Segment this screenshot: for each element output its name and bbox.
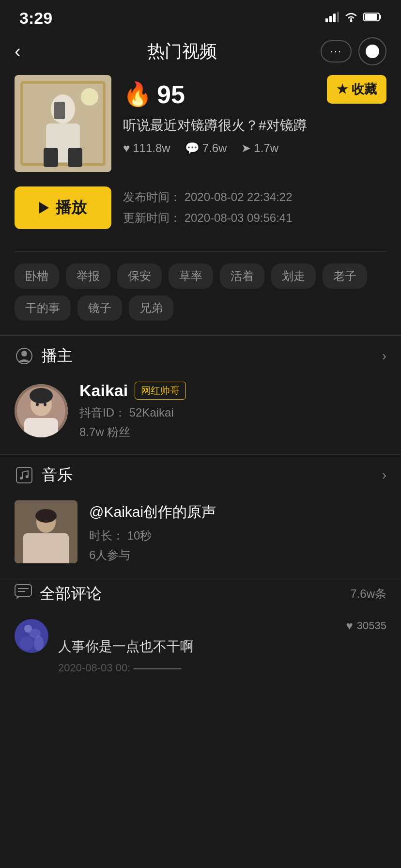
comment-item: ♥ 30535 人事你是一点也不干啊 2020-08-03 00: xyxy=(15,619,386,674)
comment-avatar-image xyxy=(15,619,48,653)
svg-point-29 xyxy=(26,475,29,478)
author-info: Kaikai 网红帅哥 抖音ID： 52Kaikai 8.7w 粉丝 xyxy=(79,381,386,440)
svg-point-24 xyxy=(30,388,53,403)
star-icon: ★ xyxy=(337,82,348,97)
comment-text: 人事你是一点也不干啊 xyxy=(58,636,386,657)
main-content: 🔥 95 听说最近对镜蹲很火？#对镜蹲 ♥ 111.8w 💬 7.6w ➤ 1.… xyxy=(0,75,401,321)
shares-stat: ➤ 1.7w xyxy=(241,141,278,155)
tag-item[interactable]: 干的事 xyxy=(15,295,71,321)
svg-point-41 xyxy=(34,636,44,651)
hot-score-value: 95 xyxy=(157,80,185,109)
publish-time: 2020-08-02 22:34:22 xyxy=(185,190,293,203)
tag-item[interactable]: 举报 xyxy=(66,264,110,289)
tag-item[interactable]: 卧槽 xyxy=(15,264,59,289)
music-chevron-icon: › xyxy=(382,467,386,483)
music-thumbnail-image xyxy=(15,500,77,563)
tag-item[interactable]: 兄弟 xyxy=(129,295,173,321)
author-fans: 8.7w 粉丝 xyxy=(79,424,386,440)
update-time-row: 更新时间： 2020-08-03 09:56:41 xyxy=(123,207,293,228)
nav-actions: ··· xyxy=(321,37,386,65)
record-button[interactable] xyxy=(358,37,386,65)
svg-point-26 xyxy=(44,403,46,406)
svg-rect-14 xyxy=(44,148,58,167)
svg-point-19 xyxy=(21,351,27,356)
svg-rect-34 xyxy=(15,585,31,596)
tag-item[interactable]: 保安 xyxy=(117,264,162,289)
author-chevron-icon: › xyxy=(382,348,386,364)
more-options-button[interactable]: ··· xyxy=(321,40,352,62)
author-section-header[interactable]: 播主 › xyxy=(0,336,401,376)
comment-time: 2020-08-03 00: xyxy=(58,662,386,674)
tag-item[interactable]: 老子 xyxy=(323,264,367,289)
share-icon: ➤ xyxy=(241,141,251,155)
svg-rect-3 xyxy=(337,12,339,22)
update-time: 2020-08-03 09:56:41 xyxy=(185,211,293,224)
flame-icon: 🔥 xyxy=(123,81,152,108)
author-section-label: 播主 xyxy=(42,345,73,367)
record-icon xyxy=(366,45,379,58)
svg-point-17 xyxy=(81,88,98,106)
divider-1 xyxy=(15,251,386,252)
comment-timestamp: 2020-08-03 00: xyxy=(58,662,130,674)
svg-rect-16 xyxy=(54,102,65,119)
comments-stat: 💬 7.6w xyxy=(185,141,227,155)
save-label: 收藏 xyxy=(352,81,377,98)
svg-rect-1 xyxy=(329,16,332,22)
author-section-title-row: 播主 xyxy=(15,345,73,367)
video-info-section: 🔥 95 听说最近对镜蹲很火？#对镜蹲 ♥ 111.8w 💬 7.6w ➤ 1.… xyxy=(15,75,386,172)
author-badge: 网红帅哥 xyxy=(135,382,186,400)
nav-bar: ‹ 热门视频 ··· xyxy=(0,32,401,75)
svg-point-9 xyxy=(370,48,375,54)
comments-total-count: 7.6w条 xyxy=(350,586,386,602)
comment-body: ♥ 30535 人事你是一点也不干啊 2020-08-03 00: xyxy=(58,619,386,674)
comment-avatar xyxy=(15,619,48,653)
nav-title: 热门视频 xyxy=(147,40,217,63)
music-participants: 6人参与 xyxy=(89,547,386,563)
tag-item[interactable]: 草率 xyxy=(169,264,213,289)
author-id: 抖音ID： 52Kaikai xyxy=(79,405,386,420)
play-icon xyxy=(39,202,49,214)
svg-point-33 xyxy=(35,509,57,523)
play-label: 播放 xyxy=(56,197,87,218)
music-info: @Kaikai创作的原声 时长： 10秒 6人参与 xyxy=(89,500,386,563)
author-name: Kaikai xyxy=(79,381,128,400)
music-section-header[interactable]: 音乐 › xyxy=(0,455,401,496)
likes-stat: ♥ 111.8w xyxy=(123,141,170,155)
comment-time-obscured xyxy=(133,668,182,669)
svg-rect-2 xyxy=(333,14,336,22)
svg-point-25 xyxy=(36,403,39,406)
svg-point-28 xyxy=(20,477,23,480)
comments-title: 全部评论 xyxy=(40,583,102,604)
time-info: 发布时间： 2020-08-02 22:34:22 更新时间： 2020-08-… xyxy=(123,186,293,228)
music-section: @Kaikai创作的原声 时长： 10秒 6人参与 xyxy=(0,496,401,578)
save-button[interactable]: ★ 收藏 xyxy=(327,75,386,104)
comments-icon xyxy=(15,584,32,604)
svg-rect-32 xyxy=(23,533,69,563)
heart-icon: ♥ xyxy=(123,141,130,155)
comments-count: 7.6w xyxy=(202,141,227,155)
comment-like-count: 30535 xyxy=(357,620,386,632)
tag-item[interactable]: 镜子 xyxy=(77,295,122,321)
music-section-title-row: 音乐 xyxy=(15,465,73,486)
video-thumbnail xyxy=(15,75,111,172)
play-button[interactable]: 播放 xyxy=(15,186,111,229)
music-title: @Kaikai创作的原声 xyxy=(89,502,386,522)
svg-rect-0 xyxy=(325,18,328,22)
status-bar: 3:29 xyxy=(0,0,401,32)
wifi-icon xyxy=(344,12,358,25)
tag-item[interactable]: 活着 xyxy=(220,264,264,289)
tags-section: 卧槽举报保安草率活着划走老子干的事镜子兄弟 xyxy=(15,264,386,321)
tag-item[interactable]: 划走 xyxy=(271,264,316,289)
comments-title-row: 全部评论 xyxy=(15,583,102,604)
author-avatar xyxy=(15,384,68,437)
back-button[interactable]: ‹ xyxy=(15,41,44,62)
signal-icon xyxy=(325,12,339,25)
status-icons xyxy=(325,12,382,25)
comment-like-row: ♥ 30535 xyxy=(58,619,386,633)
music-icon xyxy=(15,465,34,485)
likes-count: 111.8w xyxy=(133,141,170,155)
svg-point-4 xyxy=(350,19,353,22)
svg-rect-7 xyxy=(380,15,381,19)
svg-rect-15 xyxy=(68,148,82,167)
publish-time-row: 发布时间： 2020-08-02 22:34:22 xyxy=(123,186,293,207)
